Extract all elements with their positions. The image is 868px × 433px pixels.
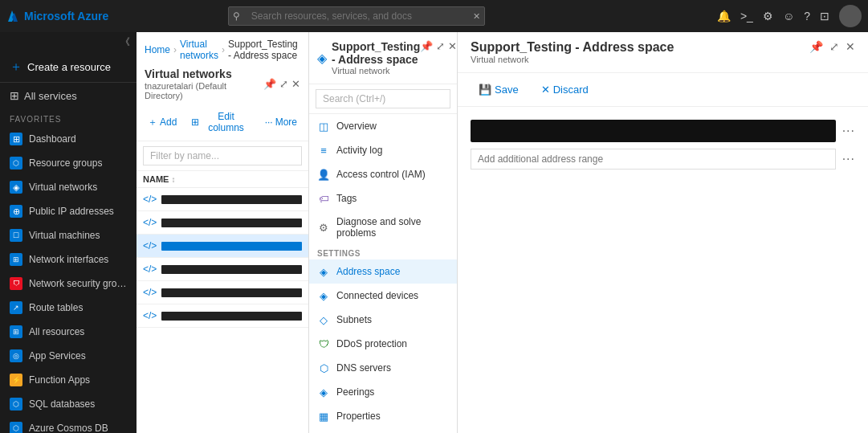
address-range-options-1[interactable]: ··· bbox=[842, 124, 855, 138]
menu-item-activity-log[interactable]: ≡ Activity log bbox=[309, 138, 457, 162]
right-panel-title-group: Support_Testing - Address space Virtual … bbox=[471, 40, 674, 64]
sidebar-item-resource-groups[interactable]: ⬡ Resource groups bbox=[0, 151, 137, 175]
sidebar-item-all-resources[interactable]: ⊞ All resources bbox=[0, 320, 137, 344]
save-label: Save bbox=[495, 84, 519, 96]
menu-item-locks[interactable]: 🔒 Locks bbox=[309, 428, 457, 433]
menu-item-overview[interactable]: ◫ Overview bbox=[309, 114, 457, 138]
right-pin-icon[interactable]: 📌 bbox=[809, 40, 823, 53]
vnet-item-icon-1: </> bbox=[143, 194, 157, 205]
menu-item-tags[interactable]: 🏷 Tags bbox=[309, 186, 457, 210]
sidebar-item-cosmos-db[interactable]: ⬡ Azure Cosmos DB bbox=[0, 416, 137, 433]
settings-icon[interactable]: ⚙ bbox=[763, 10, 773, 22]
middle-pin-icon[interactable]: 📌 bbox=[420, 40, 433, 52]
topbar: Microsoft Azure ⚲ ✕ 🔔 >_ ⚙ ☺ ? ⊡ bbox=[0, 0, 868, 32]
cloud-shell-icon[interactable]: >_ bbox=[740, 10, 753, 22]
vnet-item-icon-6: </> bbox=[143, 310, 157, 321]
route-tables-icon: ↗ bbox=[10, 301, 22, 314]
address-range-options-2[interactable]: ··· bbox=[842, 152, 855, 166]
vnet-panel-subtitle: tnazuretalari (Default Directory) bbox=[145, 81, 263, 100]
menu-item-subnets[interactable]: ◇ Subnets bbox=[309, 308, 457, 332]
right-expand-icon[interactable]: ⤢ bbox=[829, 40, 839, 53]
menu-item-access-control[interactable]: 👤 Access control (IAM) bbox=[309, 162, 457, 186]
pin-icon[interactable]: 📌 bbox=[263, 78, 276, 90]
menu-item-diagnose[interactable]: ⚙ Diagnose and solve problems bbox=[309, 210, 457, 244]
bell-icon[interactable]: 🔔 bbox=[717, 10, 731, 22]
sidebar-item-network-interfaces[interactable]: ⊞ Network interfaces bbox=[0, 247, 137, 272]
more-button[interactable]: ··· More bbox=[260, 114, 302, 130]
feedback-icon[interactable]: ⊡ bbox=[820, 10, 829, 22]
vnet-list-item[interactable]: </> bbox=[137, 281, 308, 304]
address-range-input[interactable] bbox=[471, 149, 836, 170]
discard-button[interactable]: ✕ Discard bbox=[533, 80, 597, 100]
middle-search-input[interactable] bbox=[316, 89, 450, 108]
right-panel-toolbar: 💾 Save ✕ Discard bbox=[458, 73, 868, 107]
topbar-search-clear-icon[interactable]: ✕ bbox=[473, 11, 480, 22]
sidebar-item-public-ip[interactable]: ⊕ Public IP addresses bbox=[0, 199, 137, 223]
sidebar-item-virtual-machines[interactable]: ☐ Virtual machines bbox=[0, 223, 137, 247]
resource-groups-icon: ⬡ bbox=[10, 157, 22, 170]
middle-panel-subtitle: Virtual network bbox=[332, 66, 420, 76]
breadcrumb-home[interactable]: Home bbox=[145, 44, 170, 55]
vnet-list-item[interactable]: </> bbox=[137, 188, 308, 211]
middle-panel-title-stack: Support_Testing - Address space Virtual … bbox=[332, 40, 420, 76]
menu-item-label-diagnose: Diagnose and solve problems bbox=[336, 216, 449, 239]
sidebar-item-route-tables[interactable]: ↗ Route tables bbox=[0, 296, 137, 320]
sidebar-all-services[interactable]: ⊞ All services bbox=[0, 83, 137, 108]
vnet-list-item[interactable]: </> bbox=[137, 235, 308, 258]
vnet-list-item[interactable]: </> bbox=[137, 304, 308, 328]
sidebar-item-virtual-networks[interactable]: ◈ Virtual networks bbox=[0, 175, 137, 199]
activity-log-icon: ≡ bbox=[317, 144, 330, 157]
expand-icon[interactable]: ⤢ bbox=[279, 78, 288, 90]
help-icon[interactable]: ? bbox=[804, 10, 810, 22]
app-services-icon: ◎ bbox=[10, 349, 22, 362]
right-close-icon[interactable]: ✕ bbox=[846, 40, 855, 53]
overview-icon: ◫ bbox=[317, 120, 330, 133]
vnet-item-icon-4: </> bbox=[143, 263, 157, 275]
vnet-item-name-2 bbox=[161, 219, 302, 227]
middle-close-icon[interactable]: ✕ bbox=[448, 40, 457, 52]
menu-item-peerings[interactable]: ◈ Peerings bbox=[309, 380, 457, 404]
middle-panel-title-group: ◈ Support_Testing - Address space Virtua… bbox=[317, 40, 420, 76]
address-range-value bbox=[471, 120, 836, 142]
middle-panel-title: Support_Testing - Address space bbox=[332, 40, 420, 66]
edit-columns-button[interactable]: ⊞ Edit columns bbox=[186, 108, 255, 136]
filter-input[interactable] bbox=[143, 146, 302, 165]
topbar-search-input[interactable] bbox=[228, 6, 485, 26]
middle-expand-icon[interactable]: ⤢ bbox=[436, 40, 445, 52]
add-button[interactable]: ＋ Add bbox=[143, 113, 181, 132]
sidebar-create-resource[interactable]: ＋ Create a resource bbox=[0, 52, 137, 83]
sidebar-item-label-nsg: Network security groups bbox=[29, 278, 127, 289]
menu-item-ddos[interactable]: 🛡 DDoS protection bbox=[309, 332, 457, 356]
vnet-list-item[interactable]: </> bbox=[137, 211, 308, 235]
menu-item-connected-devices[interactable]: ◈ Connected devices bbox=[309, 284, 457, 308]
address-space-icon: ◈ bbox=[317, 265, 330, 278]
menu-item-label-overview: Overview bbox=[336, 121, 377, 132]
user-avatar[interactable] bbox=[839, 5, 862, 27]
subnets-icon: ◇ bbox=[317, 313, 330, 326]
middle-panel-header: ◈ Support_Testing - Address space Virtua… bbox=[309, 32, 457, 84]
azure-logo-text: Microsoft Azure bbox=[24, 10, 108, 22]
discard-icon: ✕ bbox=[541, 84, 550, 96]
sort-icon[interactable]: ↕ bbox=[171, 175, 175, 184]
menu-item-label-properties: Properties bbox=[336, 411, 381, 422]
sidebar-item-app-services[interactable]: ◎ App Services bbox=[0, 344, 137, 368]
breadcrumb-vnet[interactable]: Virtual networks bbox=[180, 39, 218, 61]
sidebar-item-label-virtual-networks: Virtual networks bbox=[29, 182, 97, 193]
emoji-icon[interactable]: ☺ bbox=[783, 10, 794, 22]
sidebar-item-dashboard[interactable]: ⊞ Dashboard bbox=[0, 127, 137, 151]
sidebar-collapse-icon[interactable]: 《 bbox=[120, 35, 130, 49]
save-button[interactable]: 💾 Save bbox=[471, 80, 527, 100]
vnet-list-item[interactable]: </> bbox=[137, 258, 308, 281]
breadcrumb-sep2: › bbox=[222, 44, 225, 55]
vnet-item-name-6 bbox=[161, 312, 302, 321]
diagnose-icon: ⚙ bbox=[317, 221, 330, 234]
menu-item-properties[interactable]: ▦ Properties bbox=[309, 404, 457, 428]
menu-item-address-space[interactable]: ◈ Address space bbox=[309, 259, 457, 284]
sidebar-item-function-apps[interactable]: ⚡ Function Apps bbox=[0, 368, 137, 392]
add-icon: ＋ bbox=[148, 116, 157, 129]
menu-item-dns[interactable]: ⬡ DNS servers bbox=[309, 356, 457, 380]
sidebar-item-sql-databases[interactable]: ⬡ SQL databases bbox=[0, 392, 137, 416]
virtual-machines-icon: ☐ bbox=[10, 229, 22, 242]
close-icon[interactable]: ✕ bbox=[291, 78, 300, 90]
sidebar-item-nsg[interactable]: ⛉ Network security groups bbox=[0, 272, 137, 296]
